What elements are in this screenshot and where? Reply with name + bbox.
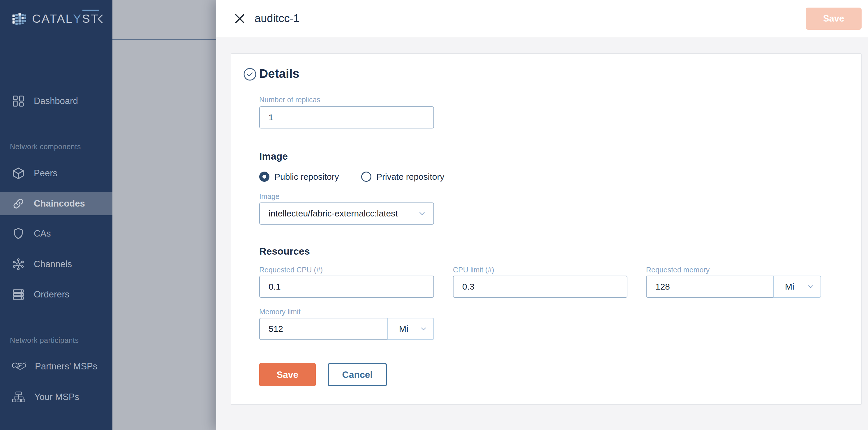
logo-part1: CATAL [32,12,73,26]
sidebar-item-orderers[interactable]: Orderers [0,283,113,306]
chevron-down-icon [420,325,428,333]
requested-cpu-label: Requested CPU (#) [259,266,323,274]
catalyst-logo-icon [11,11,27,26]
cpu-limit-input[interactable] [453,276,627,298]
app-root: Chaincodes / auditcc-1 auditcc-1 ( Image… [0,0,868,430]
check-circle-icon [243,67,257,81]
drawer-title: auditcc-1 [255,0,300,37]
memory-limit-input[interactable] [259,318,388,340]
close-icon [233,12,246,25]
sidebar-item-your-msps[interactable]: Your MSPs [0,386,113,409]
sidebar-item-chaincodes[interactable]: Chaincodes [0,192,113,215]
chevron-down-icon [807,283,815,291]
chevron-down-icon [418,209,427,218]
drawer-save-button-disabled[interactable]: Save [806,7,862,30]
resources-section-heading: Resources [259,246,310,257]
sidebar-item-label: Dashboard [34,96,78,106]
cube-icon [12,166,25,180]
logo: CATALYST [11,11,99,26]
chevron-left-icon [95,13,106,25]
org-chart-icon [12,391,26,403]
radio-private-repository-label: Private repository [376,172,444,182]
details-heading: Details [259,67,300,81]
sidebar-item-label: Chaincodes [34,198,85,209]
hub-icon [12,257,25,271]
radio-public-repository[interactable] [259,172,270,182]
replicas-label: Number of replicas [259,96,320,104]
edit-form-card: Details Number of replicas Image Public … [231,53,862,405]
sidebar-item-label: Orderers [34,289,69,300]
sidebar-item-channels[interactable]: Channels [0,253,113,276]
sidebar-section-network-components: Network components [10,143,81,151]
edit-chaincode-drawer: auditcc-1 Save Details Number of replica… [216,0,868,430]
sidebar-item-partners-msps[interactable]: Partners’ MSPs [0,355,113,378]
requested-cpu-input[interactable] [259,276,434,298]
sidebar-item-label: Channels [34,259,72,270]
memory-limit-label: Memory limit [259,308,301,316]
radio-public-repository-label: Public repository [274,172,339,182]
sidebar-collapse-button[interactable] [94,13,107,26]
server-stack-icon [12,288,25,301]
sidebar-item-peers[interactable]: Peers [0,162,113,185]
memory-limit-unit-value: Mi [399,324,408,334]
sidebar-section-network-participants: Network participants [10,336,79,345]
sidebar: CATALYST Dashboard Network components Pe… [0,0,113,430]
sidebar-item-label: Your MSPs [34,392,79,402]
replicas-input[interactable] [259,106,434,128]
sidebar-item-dashboard[interactable]: Dashboard [0,89,113,113]
image-select-label: Image [259,192,279,201]
requested-memory-unit-select[interactable]: Mi [773,276,821,298]
logo-wordmark: CATALYST [32,12,99,26]
shield-icon [12,227,25,240]
form-cancel-button[interactable]: Cancel [328,363,387,386]
chain-link-icon [12,197,25,210]
image-select[interactable]: intellecteu/fabric-externalcc:latest [259,203,434,225]
form-save-button[interactable]: Save [259,363,316,386]
close-button[interactable] [232,12,247,26]
requested-memory-unit-value: Mi [785,282,794,291]
sidebar-item-label: Partners’ MSPs [35,361,97,372]
cpu-limit-label: CPU limit (#) [453,266,494,274]
radio-private-repository[interactable] [361,172,371,182]
sidebar-item-label: Peers [34,168,57,179]
handshake-icon [12,361,26,372]
dashboard-icon [12,94,25,108]
logo-accent: Y [73,12,82,26]
requested-memory-input[interactable] [646,276,774,298]
memory-limit-unit-select[interactable]: Mi [388,318,434,340]
image-select-value: intellecteu/fabric-externalcc:latest [269,209,398,218]
image-section-heading: Image [259,151,288,162]
requested-memory-label: Requested memory [646,266,710,274]
sidebar-item-label: CAs [34,228,51,239]
sidebar-item-cas[interactable]: CAs [0,222,113,245]
drawer-header: auditcc-1 Save [216,0,868,37]
